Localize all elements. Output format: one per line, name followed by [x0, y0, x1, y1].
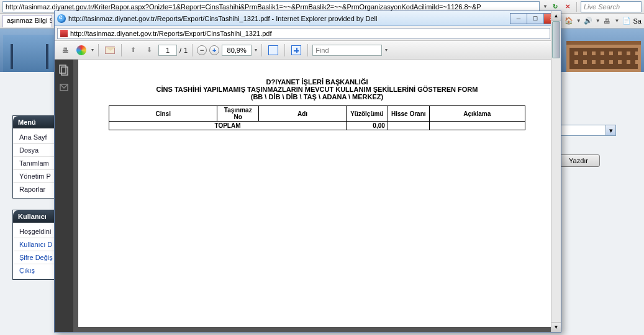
print-icon[interactable]: 🖶 [602, 16, 613, 27]
pdf-next-page-button[interactable]: ⬇ [142, 43, 156, 57]
report-heading-3: (BB \ DİB \ DİB \ TAŞ \ ADANA \ MERKEZ) [91, 93, 543, 100]
print-button[interactable]: Yazdır [557, 154, 600, 167]
pdf-zoom-out-button[interactable]: − [197, 45, 207, 55]
window-minimize-button[interactable]: ─ [510, 13, 527, 24]
col-header: Taşınmaz No [217, 106, 259, 122]
popup-address-bar: http://tasinmaz.diyanet.gov.tr/Reports/E… [55, 26, 561, 41]
pdf-expand-button[interactable] [289, 43, 303, 57]
pdf-page: D?IYANET İŞLERİ BAŞKANLIĞI CİNS TASHİHİ … [78, 60, 556, 327]
pdf-viewport[interactable]: D?IYANET İŞLERİ BAŞKANLIĞI CİNS TASHİHİ … [73, 60, 561, 332]
window-maximize-button[interactable]: ☐ [527, 13, 544, 24]
popup-url-text: http://tasinmaz.diyanet.gov.tr/Reports/E… [70, 29, 271, 38]
total-label: TOPLAM [109, 122, 347, 130]
svg-rect-0 [60, 65, 66, 73]
pdf-page-input[interactable] [158, 45, 177, 56]
page-sep: / [179, 47, 181, 54]
col-header: Açıklama [429, 106, 525, 122]
popup-url-field[interactable]: http://tasinmaz.diyanet.gov.tr/Reports/E… [57, 28, 550, 39]
ie-icon [57, 14, 66, 23]
window-titlebar[interactable]: http://tasinmaz.diyanet.gov.tr/Reports/E… [55, 11, 561, 26]
url-dropdown[interactable]: ▼ [543, 4, 548, 9]
pdf-email-button[interactable] [103, 43, 117, 57]
pdf-find-input[interactable] [312, 45, 382, 56]
report-heading-1: D?IYANET İŞLERİ BAŞKANLIĞI [91, 78, 543, 86]
pdf-attachments-icon[interactable] [58, 82, 70, 93]
pdf-toolbar: 🖶 ▾ ⬆ ⬇ / 1 − + ▾ ▾ [55, 41, 561, 60]
col-header: Cinsi [109, 106, 217, 122]
pdf-zoom-in-button[interactable]: + [209, 45, 219, 55]
rss-icon[interactable]: 🔊 [583, 16, 594, 27]
pdf-popup-window: http://tasinmaz.diyanet.gov.tr/Reports/E… [54, 11, 561, 333]
pdf-total-pages: 1 [184, 47, 188, 54]
pdf-sidebar [55, 60, 73, 332]
col-header: Hisse Oranı [388, 106, 429, 122]
report-heading-2: CİNS TASHİHİ YAPILMAMIŞ TAŞINMAZLARIN ME… [91, 86, 543, 93]
building-image [566, 41, 641, 72]
total-value: 0,00 [346, 122, 388, 130]
col-header: Adı [259, 106, 347, 122]
window-title: http://tasinmaz.diyanet.gov.tr/Reports/E… [68, 15, 508, 22]
pdf-fit-button[interactable] [266, 43, 280, 57]
chevron-down-icon[interactable]: ▾ [605, 125, 615, 135]
scroll-down-button[interactable]: ▼ [551, 322, 561, 332]
browser-tab[interactable]: aşınmaz Bilgi Sis [2, 15, 52, 27]
report-table: Cinsi Taşınmaz No Adı Yüzölçümü Hisse Or… [109, 105, 525, 130]
pdf-print-button[interactable]: 🖶 [58, 43, 72, 57]
pdf-file-icon [60, 30, 68, 37]
mosque-image [3, 35, 56, 72]
col-header: Yüzölçümü [346, 106, 388, 122]
pdf-scrollbar[interactable]: ▲ ▼ [551, 60, 561, 332]
pdf-pages-icon[interactable] [58, 65, 70, 76]
right-dropdown[interactable]: ▾ [557, 125, 616, 136]
home-icon[interactable]: 🏠 [563, 16, 574, 27]
search-input[interactable]: Live Search [581, 1, 642, 12]
svg-rect-1 [61, 67, 68, 75]
toolbar-sa-label: Sa [633, 17, 642, 25]
pdf-prev-page-button[interactable]: ⬆ [126, 43, 140, 57]
pdf-color-button[interactable] [75, 43, 88, 57]
page-icon[interactable]: 📄 [621, 16, 632, 27]
stop-icon[interactable]: ✕ [563, 2, 573, 12]
pdf-zoom-input[interactable] [222, 45, 252, 56]
